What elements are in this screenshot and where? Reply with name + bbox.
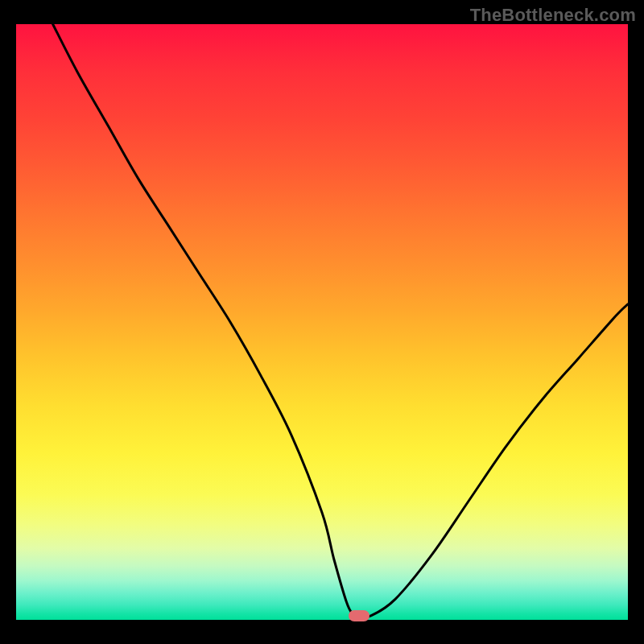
- optimum-marker: [349, 610, 369, 621]
- curve-svg: [16, 24, 628, 620]
- chart-frame: TheBottleneck.com: [0, 0, 644, 644]
- watermark-text: TheBottleneck.com: [470, 5, 636, 26]
- bottleneck-curve: [53, 24, 628, 617]
- plot-area: [16, 24, 628, 620]
